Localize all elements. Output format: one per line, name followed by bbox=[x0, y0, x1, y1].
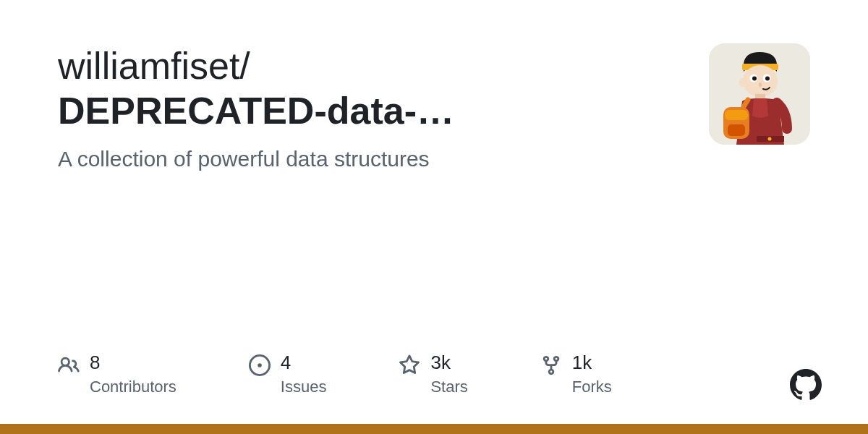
stat-text: 1k Forks bbox=[572, 353, 612, 396]
svg-rect-11 bbox=[725, 110, 748, 120]
language-bar bbox=[0, 424, 868, 434]
svg-point-7 bbox=[759, 82, 762, 87]
svg-point-2 bbox=[743, 65, 778, 97]
avatar[interactable] bbox=[709, 43, 810, 145]
card-container: williamfiset/ DEPRECATED-data-… A collec… bbox=[0, 0, 868, 434]
contributors-label: Contributors bbox=[90, 378, 176, 396]
svg-rect-12 bbox=[728, 124, 745, 136]
repo-name[interactable]: DEPRECATED-data-… bbox=[58, 88, 608, 133]
forks-label: Forks bbox=[572, 378, 612, 396]
people-icon bbox=[58, 354, 80, 376]
issue-icon bbox=[249, 354, 271, 376]
forks-value: 1k bbox=[572, 353, 612, 372]
svg-point-14 bbox=[768, 137, 772, 141]
repo-description: A collection of powerful data structures bbox=[58, 147, 680, 171]
stat-forks[interactable]: 1k Forks bbox=[540, 353, 612, 396]
svg-point-6 bbox=[765, 77, 770, 81]
stars-label: Stars bbox=[430, 378, 467, 396]
stat-stars[interactable]: 3k Stars bbox=[399, 353, 467, 396]
contributors-value: 8 bbox=[90, 353, 176, 372]
stat-text: 3k Stars bbox=[430, 353, 467, 396]
stat-contributors[interactable]: 8 Contributors bbox=[58, 353, 176, 396]
title-block: williamfiset/ DEPRECATED-data-… A collec… bbox=[58, 43, 680, 171]
stat-text: 8 Contributors bbox=[90, 353, 176, 396]
github-logo-icon[interactable] bbox=[790, 369, 822, 401]
issues-value: 4 bbox=[281, 353, 327, 372]
issues-label: Issues bbox=[281, 378, 327, 396]
fork-icon bbox=[540, 354, 562, 376]
stars-value: 3k bbox=[430, 353, 467, 372]
stat-issues[interactable]: 4 Issues bbox=[249, 353, 327, 396]
star-icon bbox=[399, 354, 420, 376]
svg-point-5 bbox=[752, 77, 757, 81]
stat-text: 4 Issues bbox=[281, 353, 327, 396]
svg-point-8 bbox=[739, 78, 745, 87]
repo-owner[interactable]: williamfiset/ bbox=[58, 43, 680, 88]
header-row: williamfiset/ DEPRECATED-data-… A collec… bbox=[58, 43, 810, 171]
stats-row: 8 Contributors 4 Issues 3k Stars bbox=[58, 353, 612, 396]
